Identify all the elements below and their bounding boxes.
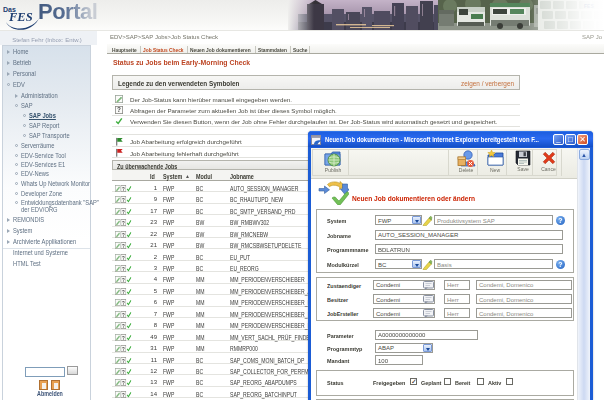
svg-text:?: ? xyxy=(122,345,125,352)
svg-text:?: ? xyxy=(122,299,125,306)
svg-text:?: ? xyxy=(122,219,125,226)
svg-text:?: ? xyxy=(122,368,125,375)
svg-text:?: ? xyxy=(122,185,125,192)
svg-text:?: ? xyxy=(122,357,125,364)
svg-text:?: ? xyxy=(122,391,125,398)
svg-text:?: ? xyxy=(117,106,121,113)
svg-text:?: ? xyxy=(122,276,125,283)
svg-text:?: ? xyxy=(122,311,125,318)
svg-text:?: ? xyxy=(122,196,125,203)
svg-text:?: ? xyxy=(122,208,125,215)
svg-text:?: ? xyxy=(122,334,125,341)
svg-text:?: ? xyxy=(122,288,125,295)
svg-text:?: ? xyxy=(122,242,125,249)
svg-text:?: ? xyxy=(122,265,125,272)
svg-text:?: ? xyxy=(122,254,125,261)
svg-text:?: ? xyxy=(122,380,125,387)
svg-text:?: ? xyxy=(122,322,125,329)
svg-text:?: ? xyxy=(122,231,125,238)
